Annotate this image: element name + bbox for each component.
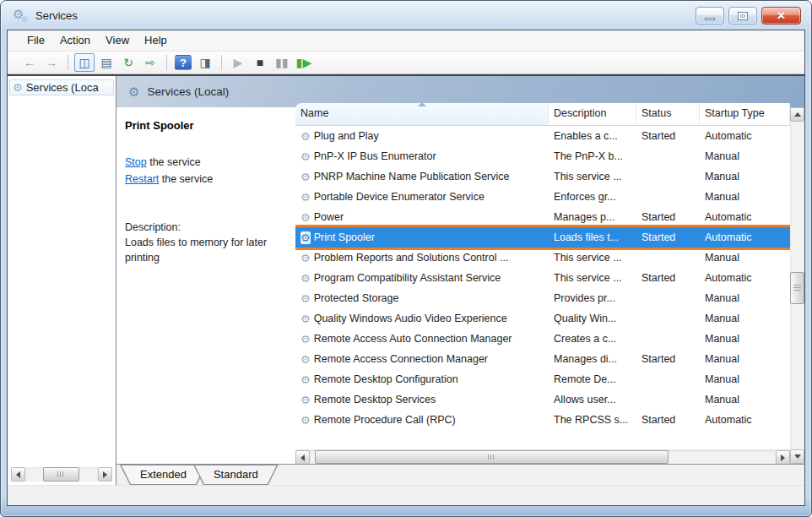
gear-icon: ⚙ [13,81,23,94]
properties-icon[interactable]: ▤ [96,53,116,72]
service-gear-icon: ⚙ [300,252,311,264]
service-gear-icon: ⚙ [300,231,311,244]
menu-view[interactable]: View [98,30,137,51]
table-row[interactable]: ⚙Remote Desktop Services Allows user... … [295,389,790,410]
menu-action[interactable]: Action [52,30,98,51]
list-header: Name Description Status Startup Type [295,103,790,126]
title-bar[interactable]: ⚙⚙ Services × [1,2,811,30]
table-row[interactable]: ⚙Remote Access Connection Manager Manage… [295,349,790,369]
view-tabs: ExtendedStandard [116,464,804,485]
scrollbar-thumb[interactable] [790,272,804,304]
table-row[interactable]: ⚙PNRP Machine Name Publication Service T… [295,166,790,187]
service-gear-icon: ⚙ [300,171,311,183]
description-text: Loads files to memory for later printing [125,235,287,265]
menu-help[interactable]: Help [137,30,175,51]
gear-icon: ⚙ [128,84,139,100]
description-label: Description: [125,220,287,235]
show-console-tree-icon[interactable]: ◫ [74,53,95,72]
pane-body: Print Spooler Stop the service Restart t… [116,107,804,464]
service-rows: ⚙Plug and Play Enables a c... Started Au… [295,126,790,449]
list-horizontal-scrollbar[interactable] [295,449,790,464]
service-gear-icon: ⚙ [300,191,311,204]
column-header-startup-type[interactable]: Startup Type [700,103,790,125]
help-icon[interactable]: ? [175,55,192,70]
scroll-right-button[interactable] [98,467,112,482]
maximize-button[interactable] [728,7,757,24]
scroll-left-button[interactable] [295,450,310,464]
column-header-name[interactable]: Name [295,103,549,125]
table-row[interactable]: ⚙Remote Access Auto Connection Manager C… [295,329,790,349]
service-gear-icon: ⚙ [300,373,311,386]
column-header-status[interactable]: Status [636,103,700,125]
service-gear-icon: ⚙ [300,150,311,163]
sort-ascending-icon [418,103,426,106]
tree-item-label: Services (Loca [26,81,99,94]
show-action-pane-icon[interactable]: ◨ [195,53,215,72]
tab-standard[interactable]: Standard [193,465,279,485]
scroll-up-button[interactable] [790,107,804,122]
service-detail-panel: Print Spooler Stop the service Restart t… [116,107,295,464]
service-gear-icon: ⚙ [300,272,311,285]
stop-service-line: Stop the service [125,154,287,171]
service-gear-icon: ⚙ [300,211,311,224]
refresh-icon[interactable]: ↻ [118,53,138,72]
back-icon[interactable]: ← [19,53,40,72]
restart-suffix: the service [159,173,213,185]
restart-service-link[interactable]: Restart [125,173,159,185]
export-list-icon[interactable]: ⇨ [140,53,160,72]
service-gear-icon: ⚙ [300,353,311,366]
restart-service-line: Restart the service [125,171,287,188]
service-gear-icon: ⚙ [300,394,311,406]
right-pane: ⚙ Services (Local) Print Spooler Stop th… [116,76,804,485]
toolbar-separator [68,55,68,70]
table-row[interactable]: ⚙Protected Storage Provides pr... Manual [295,288,790,308]
restart-service-icon[interactable]: ▮▶ [294,53,314,72]
start-service-icon[interactable]: ▶ [228,53,248,72]
scrollbar-thumb[interactable] [43,467,79,482]
tree-item-services-local[interactable]: ⚙ Services (Loca [9,79,114,95]
selected-service-name: Print Spooler [125,119,287,132]
scroll-down-button[interactable] [790,449,804,464]
table-row[interactable]: ⚙Remote Desktop Configuration Remote De.… [295,369,790,389]
column-header-description[interactable]: Description [549,103,636,125]
table-row[interactable]: ⚙Power Manages p... Started Automatic [295,207,790,227]
service-gear-icon: ⚙ [300,414,311,427]
minimize-button[interactable] [696,7,724,24]
band-title: Services (Local) [147,85,229,98]
forward-icon[interactable]: → [41,53,62,72]
service-gear-icon: ⚙ [300,333,311,346]
table-row[interactable]: ⚙PnP-X IP Bus Enumerator The PnP-X b... … [295,146,790,166]
scrollbar-thumb[interactable] [315,450,669,464]
table-row[interactable]: ⚙Quality Windows Audio Video Experience … [295,308,790,329]
stop-service-icon[interactable]: ■ [250,53,270,72]
minimize-icon [705,18,715,20]
tree-horizontal-scrollbar[interactable] [11,467,112,482]
stop-service-link[interactable]: Stop [125,156,147,168]
close-button[interactable]: × [761,7,801,24]
list-vertical-scrollbar[interactable] [790,107,804,464]
service-gear-icon: ⚙ [300,313,311,325]
menu-file[interactable]: File [19,30,52,51]
maximize-icon [738,12,748,20]
table-row[interactable]: ⚙Program Compatibility Assistant Service… [295,268,790,288]
status-bar [8,485,804,505]
services-gear-icon: ⚙⚙ [13,8,30,24]
client-area: File Action View Help ←→◫▤↻⇨?◨▶■▮▮▮▶ ⚙ S… [7,30,805,506]
pause-service-icon[interactable]: ▮▮ [272,53,292,72]
console-tree-panel: ⚙ Services (Loca [8,76,116,485]
table-row[interactable]: ⚙Print Spooler Loads files t... Started … [295,227,790,248]
scroll-left-button[interactable] [11,467,25,482]
services-window: ⚙⚙ Services × File Action View Help ←→◫▤… [0,0,812,517]
table-row[interactable]: ⚙Plug and Play Enables a c... Started Au… [295,126,790,146]
scroll-right-button[interactable] [776,450,790,464]
table-row[interactable]: ⚙Remote Procedure Call (RPC) The RPCSS s… [295,410,790,430]
stop-suffix: the service [147,156,201,168]
menu-bar: File Action View Help [8,30,804,52]
main-content: ⚙ Services (Loca ⚙ Services (Local) [8,74,804,485]
table-row[interactable]: ⚙Problem Reports and Solutions Control .… [295,248,790,268]
table-row[interactable]: ⚙Portable Device Enumerator Service Enfo… [295,187,790,207]
services-list: Name Description Status Startup Type ⚙Pl… [295,103,790,464]
window-title: Services [35,9,78,22]
toolbar-separator [166,55,167,70]
toolbar: ←→◫▤↻⇨?◨▶■▮▮▮▶ [8,52,804,74]
